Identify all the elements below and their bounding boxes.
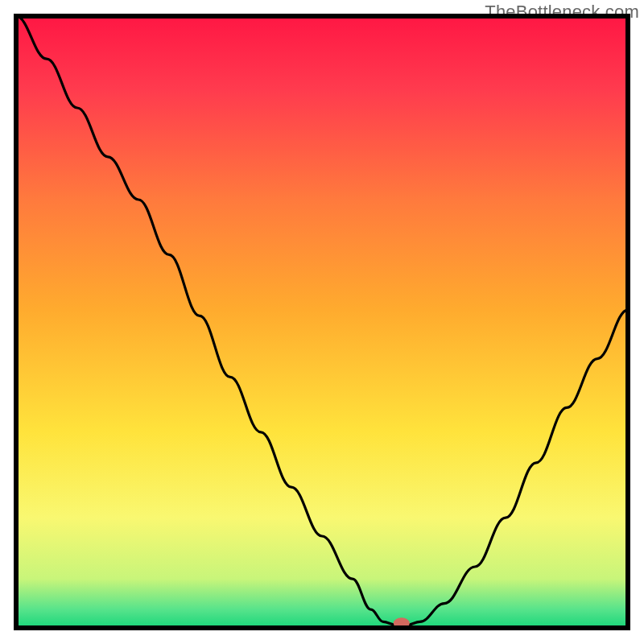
bottleneck-curve-chart (0, 0, 644, 644)
chart-canvas: TheBottleneck.com (0, 0, 644, 644)
